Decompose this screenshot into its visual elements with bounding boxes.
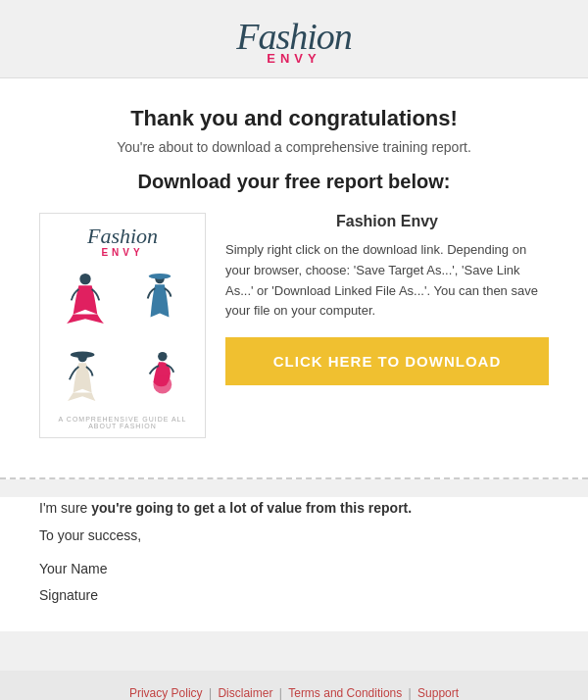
book-footer-text: A COMPREHENSIVE GUIDE ALL ABOUT FASHION	[50, 416, 195, 429]
body-text: I'm sure you're going to get a lot of va…	[0, 497, 588, 631]
body-line1-bold: you're going to get a lot of value from …	[91, 500, 412, 516]
footer-sep-1: |	[206, 686, 216, 700]
figure-2	[134, 272, 185, 325]
subtitle: You're about to download a comprehensive…	[39, 139, 549, 155]
footer-terms[interactable]: Terms and Conditions	[288, 686, 402, 700]
main-content: Thank you and congratulations! You're ab…	[0, 78, 588, 477]
page-wrapper: Fashion ENVY Thank you and congratulatio…	[0, 0, 588, 700]
book-cover: Fashion ENVY	[39, 213, 206, 438]
body-line1: I'm sure you're going to get a lot of va…	[39, 497, 549, 521]
dashed-separator	[0, 477, 588, 479]
footer-support[interactable]: Support	[417, 686, 459, 700]
thank-you-heading: Thank you and congratulations!	[39, 106, 549, 131]
download-button[interactable]: CLICK HERE TO DOWNLOAD	[225, 337, 549, 385]
right-side: Fashion Envy Simply right click on the d…	[225, 213, 549, 385]
logo-envy-text: ENVY	[0, 51, 588, 66]
footer-links: Privacy Policy | Disclaimer | Terms and …	[0, 686, 588, 700]
footer-sep-2: |	[275, 686, 285, 700]
report-title: Fashion Envy	[225, 213, 549, 230]
svg-point-6	[158, 352, 167, 361]
svg-rect-3	[157, 275, 163, 279]
svg-point-0	[79, 274, 90, 284]
book-title-envy: ENVY	[87, 247, 158, 258]
body-line2: To your success,	[39, 525, 549, 548]
book-title-fashion: Fashion	[87, 224, 158, 248]
figure-4	[134, 348, 185, 402]
figure-3	[60, 348, 111, 402]
footer-sep-3: |	[405, 686, 415, 700]
figure-1	[60, 272, 111, 325]
book-title: Fashion ENVY	[87, 225, 158, 258]
body-signature: Signature	[39, 584, 549, 608]
footer: Privacy Policy | Disclaimer | Terms and …	[0, 671, 588, 700]
download-heading: Download your free report below:	[39, 171, 549, 193]
footer-disclaimer[interactable]: Disclaimer	[218, 686, 272, 700]
report-description: Simply right click on the download link.…	[225, 240, 549, 322]
content-row: Fashion ENVY	[39, 213, 549, 438]
header: Fashion ENVY	[0, 0, 588, 78]
svg-point-5	[71, 351, 95, 358]
svg-point-7	[153, 375, 172, 393]
body-your-name: Your Name	[39, 558, 549, 581]
book-figures	[50, 258, 195, 416]
footer-privacy-policy[interactable]: Privacy Policy	[129, 686, 203, 700]
logo: Fashion ENVY	[0, 18, 588, 66]
